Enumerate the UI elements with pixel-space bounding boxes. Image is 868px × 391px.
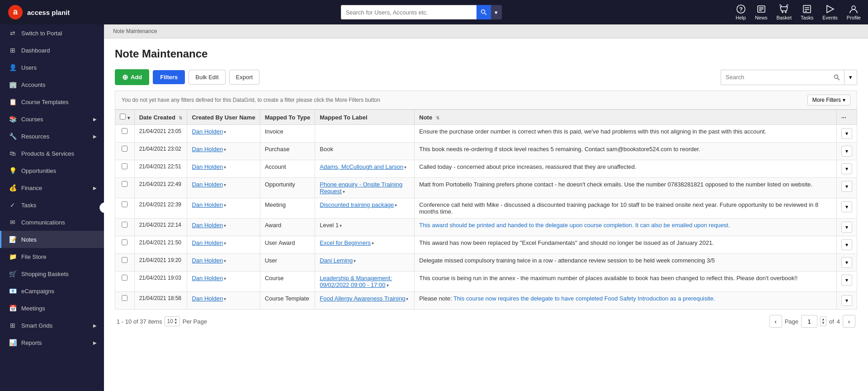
row-checkbox[interactable] [122, 295, 127, 301]
sidebar-item-course-templates[interactable]: 📋 Course Templates [0, 93, 104, 110]
created-by-link[interactable]: Dan Holden [192, 181, 223, 188]
label-dropdown-arrow[interactable]: ▾ [387, 283, 389, 288]
sidebar-item-smart-grids[interactable]: ⊞ Smart Grids ▶ [0, 317, 104, 334]
user-dropdown-arrow[interactable]: ▾ [224, 203, 226, 208]
created-by-link[interactable]: Dan Holden [192, 201, 223, 208]
table-search-dropdown[interactable]: ▾ [844, 70, 857, 85]
prev-page-button[interactable]: ‹ [769, 315, 782, 328]
sidebar-item-opportunities[interactable]: 💡 Opportunities [0, 162, 104, 179]
global-search-button[interactable] [476, 5, 491, 19]
sidebar-item-shopping-baskets[interactable]: 🛒 Shopping Baskets [0, 265, 104, 282]
next-page-button[interactable]: › [843, 315, 855, 328]
user-dropdown-arrow[interactable]: ▾ [224, 258, 226, 263]
user-dropdown-arrow[interactable]: ▾ [224, 165, 226, 170]
sidebar-item-notes[interactable]: 📝 Notes [0, 231, 104, 248]
row-checkbox[interactable] [122, 163, 127, 169]
sidebar-item-resources[interactable]: 🔧 Resources ▶ [0, 128, 104, 145]
export-button[interactable]: Export [229, 70, 260, 85]
row-expand-button[interactable]: ▾ [841, 222, 852, 233]
mapped-label-link[interactable]: Adams, McCullough and Larson [320, 163, 403, 170]
th-note[interactable]: Note ⇅ [415, 110, 837, 125]
label-dropdown-arrow[interactable]: ▾ [404, 165, 406, 170]
row-expand-button[interactable]: ▾ [841, 257, 852, 268]
sidebar-item-products-services[interactable]: 🛍 Products & Services [0, 145, 104, 162]
th-checkbox[interactable]: ▾ [115, 110, 135, 125]
created-by-link[interactable]: Dan Holden [192, 239, 223, 246]
bulk-edit-button[interactable]: Bulk Edit [189, 70, 225, 85]
news-nav-item[interactable]: News [755, 4, 768, 20]
row-checkbox[interactable] [122, 128, 127, 134]
user-dropdown-arrow[interactable]: ▾ [224, 129, 226, 134]
more-filters-button[interactable]: More Filters ▾ [807, 95, 850, 105]
label-dropdown-arrow[interactable]: ▾ [395, 203, 397, 208]
add-button[interactable]: ⊕ Add [115, 69, 149, 85]
row-expand-button[interactable]: ▾ [841, 201, 852, 212]
row-checkbox[interactable] [122, 146, 127, 152]
row-expand-button[interactable]: ▾ [841, 181, 852, 192]
page-number-input[interactable] [801, 315, 817, 328]
sidebar-item-communications[interactable]: ✉ Communications [0, 214, 104, 231]
global-search-dropdown[interactable]: ▾ [491, 5, 502, 19]
created-by-link[interactable]: Dan Holden [192, 128, 223, 135]
select-all-checkbox[interactable] [120, 114, 126, 119]
row-checkbox[interactable] [122, 239, 127, 245]
row-checkbox[interactable] [122, 201, 127, 207]
created-by-link[interactable]: Dan Holden [192, 146, 223, 153]
sidebar-item-courses[interactable]: 📚 Courses ▶ [0, 110, 104, 128]
th-date-created[interactable]: Date Created ⇅ [134, 110, 187, 125]
row-expand-button[interactable]: ▾ [841, 239, 852, 250]
help-nav-item[interactable]: ? Help [736, 4, 746, 20]
mapped-label-link[interactable]: Leadership & Management: 09/02/2022 09:0… [320, 275, 392, 288]
label-dropdown-arrow[interactable]: ▾ [406, 296, 408, 301]
user-dropdown-arrow[interactable]: ▾ [224, 182, 226, 187]
row-expand-button[interactable]: ▾ [841, 128, 852, 139]
sidebar-item-dashboard[interactable]: ⊞ Dashboard [0, 42, 104, 59]
profile-nav-item[interactable]: Profile [847, 4, 861, 20]
global-search-input[interactable] [341, 5, 476, 19]
row-expand-button[interactable]: ▾ [841, 275, 852, 286]
events-nav-item[interactable]: Events [822, 4, 838, 20]
sidebar-item-finance[interactable]: 💰 Finance ▶ [0, 179, 104, 196]
mapped-label-link[interactable]: Excel for Beginners [320, 239, 371, 246]
mapped-label-link[interactable]: Phone enquiry - Onsite Training Request [320, 181, 402, 195]
row-checkbox[interactable] [122, 257, 127, 263]
label-dropdown-arrow[interactable]: ▾ [372, 241, 374, 246]
per-page-select[interactable]: 10 ▲▼ [165, 316, 179, 326]
sidebar-item-tasks[interactable]: ✓ Tasks [0, 196, 104, 214]
mapped-label-link[interactable]: Dani Leming [320, 257, 353, 264]
table-search-button[interactable] [829, 70, 844, 85]
sidebar-item-reports[interactable]: 📊 Reports ▶ [0, 334, 104, 351]
filters-button[interactable]: Filters [153, 70, 185, 84]
tasks-nav-item[interactable]: Tasks [801, 4, 813, 20]
row-expand-button[interactable]: ▾ [841, 163, 852, 174]
mapped-label-link[interactable]: Discounted training package [320, 201, 394, 208]
created-by-link[interactable]: Dan Holden [192, 163, 223, 170]
table-search-input[interactable] [721, 70, 829, 85]
user-dropdown-arrow[interactable]: ▾ [224, 223, 226, 228]
created-by-link[interactable]: Dan Holden [192, 275, 223, 281]
created-by-link[interactable]: Dan Holden [192, 222, 223, 229]
created-by-link[interactable]: Dan Holden [192, 295, 223, 302]
label-dropdown-arrow[interactable]: ▾ [340, 223, 342, 228]
row-checkbox[interactable] [122, 181, 127, 187]
user-dropdown-arrow[interactable]: ▾ [224, 147, 226, 152]
row-expand-button[interactable]: ▾ [841, 146, 852, 157]
note-link-text[interactable]: This award should be printed and handed … [419, 222, 730, 229]
th-more-actions[interactable]: ··· [837, 110, 857, 125]
per-page-spinner[interactable]: ▲▼ [174, 318, 178, 325]
row-expand-button[interactable]: ▾ [841, 295, 852, 306]
created-by-link[interactable]: Dan Holden [192, 257, 223, 264]
th-created-by[interactable]: Created By User Name [187, 110, 260, 125]
th-mapped-type[interactable]: Mapped To Type [260, 110, 315, 125]
user-dropdown-arrow[interactable]: ▾ [224, 241, 226, 246]
sidebar-item-accounts[interactable]: 🏢 Accounts [0, 76, 104, 93]
basket-nav-item[interactable]: Basket [776, 4, 792, 20]
user-dropdown-arrow[interactable]: ▾ [224, 296, 226, 301]
sidebar-item-ecampaigns[interactable]: 📧 eCampaigns [0, 282, 104, 300]
sidebar-item-file-store[interactable]: 📁 File Store [0, 248, 104, 265]
label-dropdown-arrow[interactable]: ▾ [354, 258, 356, 263]
page-spinner[interactable]: ▲▼ [820, 316, 826, 326]
row-checkbox[interactable] [122, 222, 127, 228]
sidebar-item-switch-to-portal[interactable]: ⇄ Switch to Portal [0, 24, 104, 42]
sidebar-item-users[interactable]: 👤 Users [0, 59, 104, 76]
